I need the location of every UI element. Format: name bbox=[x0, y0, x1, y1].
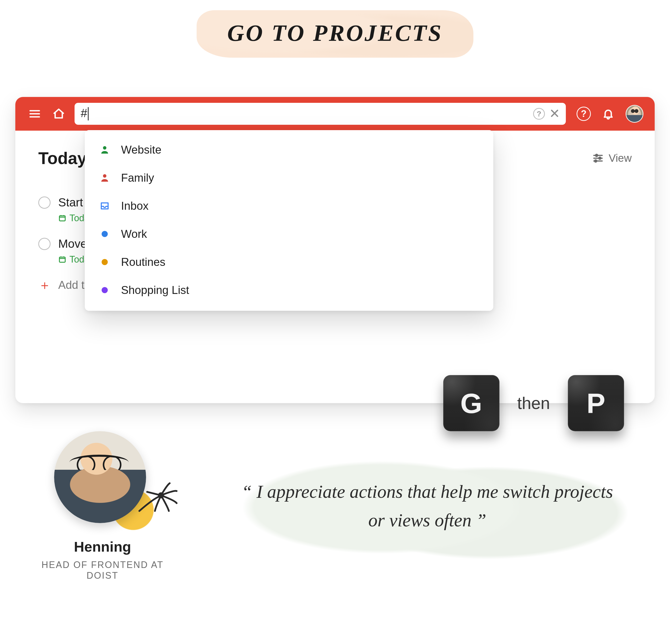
task-checkbox[interactable] bbox=[38, 238, 51, 250]
search-input[interactable]: # ? bbox=[75, 103, 566, 125]
help-icon[interactable]: ? bbox=[577, 107, 591, 121]
popover-item-label: Work bbox=[121, 228, 147, 241]
svg-rect-13 bbox=[59, 216, 65, 221]
search-value: # bbox=[81, 107, 528, 121]
popover-item-work[interactable]: Work bbox=[85, 220, 493, 248]
person-photo bbox=[54, 431, 146, 523]
popover-item-label: Website bbox=[121, 143, 161, 156]
home-icon[interactable] bbox=[51, 106, 67, 122]
popover-item-label: Inbox bbox=[121, 200, 149, 212]
popover-item-label: Routines bbox=[121, 256, 165, 269]
flower-doodle-icon bbox=[136, 477, 179, 521]
topbar: # ? ? bbox=[15, 97, 655, 131]
person-name: Henning bbox=[38, 538, 167, 555]
popover-item-label: Family bbox=[121, 172, 154, 184]
keycap-p: P bbox=[568, 375, 624, 431]
page-title: Today bbox=[38, 149, 86, 168]
svg-point-6 bbox=[103, 174, 106, 178]
inbox-icon bbox=[99, 200, 110, 211]
bell-icon[interactable] bbox=[600, 106, 616, 122]
topbar-right: ? bbox=[577, 105, 643, 123]
view-button[interactable]: View bbox=[592, 152, 632, 164]
avatar[interactable] bbox=[626, 105, 643, 123]
testimonial: Henning HEAD OF FRONTEND AT DOIST “ I ap… bbox=[38, 431, 632, 581]
app-window: # ? ? Website Family bbox=[15, 97, 655, 403]
clear-search-icon[interactable] bbox=[549, 108, 560, 120]
calendar-icon bbox=[58, 214, 66, 222]
brushstroke-bg: GO TO PROJECTS bbox=[197, 10, 473, 58]
hero-title: GO TO PROJECTS bbox=[227, 19, 443, 46]
popover-item-label: Shopping List bbox=[121, 284, 189, 297]
dot-icon bbox=[99, 257, 110, 268]
calendar-icon bbox=[58, 256, 66, 263]
popover-item-family[interactable]: Family bbox=[85, 164, 493, 192]
text-caret bbox=[88, 107, 89, 121]
person-photo-wrap bbox=[54, 431, 151, 528]
popover-item-inbox[interactable]: Inbox bbox=[85, 192, 493, 220]
quote-text: “ I appreciate actions that help me swit… bbox=[233, 478, 621, 535]
person-icon bbox=[99, 144, 110, 155]
plus-icon: ＋ bbox=[38, 279, 51, 291]
popover-item-website[interactable]: Website bbox=[85, 136, 493, 164]
person-icon bbox=[99, 172, 110, 183]
svg-point-5 bbox=[103, 146, 106, 150]
dot-icon bbox=[99, 228, 110, 239]
menu-icon[interactable] bbox=[27, 106, 43, 122]
search-help-icon[interactable]: ? bbox=[533, 108, 545, 120]
person-card: Henning HEAD OF FRONTEND AT DOIST bbox=[38, 431, 167, 581]
svg-rect-17 bbox=[59, 257, 65, 262]
dot-icon bbox=[99, 285, 110, 296]
shortcut-joiner: then bbox=[517, 394, 550, 413]
shortcut: G then P bbox=[443, 375, 624, 431]
project-popover: Website Family Inbox Work Routines Shopp… bbox=[85, 130, 493, 311]
page-hero: GO TO PROJECTS bbox=[197, 10, 473, 58]
view-label: View bbox=[609, 152, 632, 164]
keycap-g: G bbox=[443, 375, 499, 431]
popover-item-routines[interactable]: Routines bbox=[85, 248, 493, 276]
quote: “ I appreciate actions that help me swit… bbox=[223, 462, 632, 550]
task-checkbox[interactable] bbox=[38, 196, 51, 209]
person-role: HEAD OF FRONTEND AT DOIST bbox=[38, 560, 167, 581]
sliders-icon bbox=[592, 153, 604, 164]
popover-item-shopping-list[interactable]: Shopping List bbox=[85, 276, 493, 304]
